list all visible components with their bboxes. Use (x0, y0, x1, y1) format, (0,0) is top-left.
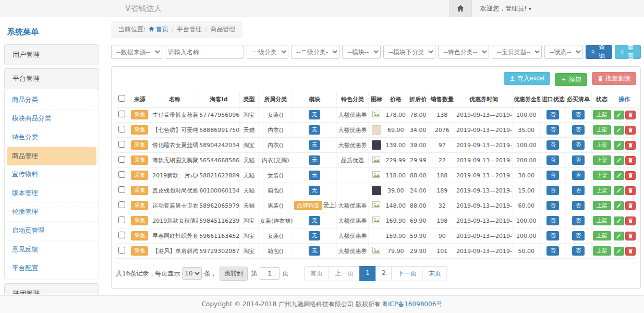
sidebar-item-user-management[interactable]: 用户管理 (4, 44, 99, 65)
sidebar-item-goods-management-active[interactable]: 商品管理 (7, 147, 96, 165)
sidebar-item-groupbuy-management[interactable]: 拼团管理 (4, 283, 99, 294)
status-button[interactable]: 上架 (593, 231, 611, 240)
row-checkbox[interactable] (118, 111, 125, 117)
status-button[interactable]: 上架 (593, 125, 611, 135)
edit-button[interactable] (614, 232, 624, 240)
status-button[interactable]: 上架 (593, 201, 611, 210)
imported-toggle[interactable]: 否 (546, 216, 560, 225)
status-button[interactable]: 上架 (593, 110, 611, 119)
delete-button[interactable] (625, 171, 636, 180)
row-checkbox[interactable] (118, 141, 125, 148)
edit-button[interactable] (614, 111, 624, 119)
edit-button[interactable] (614, 156, 624, 165)
must-buy-toggle[interactable]: 否 (572, 110, 585, 119)
sidebar-item-promo-material[interactable]: 宣传物料 (5, 165, 99, 184)
sidebar-item-module-goods-category[interactable]: 模块商品分类 (5, 110, 99, 128)
status-button[interactable]: 上架 (593, 140, 611, 150)
icp-link[interactable]: 粤ICP备16098006号 (382, 300, 442, 309)
row-checkbox[interactable] (118, 247, 125, 254)
delete-button[interactable] (625, 126, 636, 135)
must-buy-toggle[interactable]: 否 (572, 155, 585, 165)
delete-button[interactable] (625, 201, 636, 210)
sidebar-item-feature-category[interactable]: 特色分类 (5, 128, 99, 147)
import-excel-button[interactable]: 导入excel (504, 72, 550, 85)
edit-button[interactable] (614, 216, 624, 225)
must-buy-toggle[interactable]: 否 (572, 201, 585, 210)
imported-toggle[interactable]: 否 (546, 171, 560, 180)
delete-button[interactable] (625, 186, 636, 195)
imported-toggle[interactable]: 否 (546, 201, 560, 210)
delete-button[interactable] (625, 156, 636, 165)
sidebar-item-feedback[interactable]: 意见反馈 (5, 240, 99, 259)
reset-button[interactable]: 重置 (615, 45, 641, 59)
row-checkbox[interactable] (118, 216, 125, 223)
page-1-button[interactable]: 1 (359, 266, 376, 281)
page-2-button[interactable]: 2 (375, 266, 392, 281)
edit-button[interactable] (614, 126, 624, 135)
row-checkbox[interactable] (118, 171, 125, 178)
imported-toggle[interactable]: 否 (546, 155, 560, 165)
home-button[interactable] (449, 0, 472, 17)
sidebar-item-carousel-management[interactable]: 轮播管理 (5, 203, 99, 222)
delete-button[interactable] (625, 111, 636, 119)
row-checkbox[interactable] (118, 126, 125, 133)
row-checkbox[interactable] (118, 186, 125, 193)
must-buy-toggle[interactable]: 否 (572, 140, 585, 150)
imported-toggle[interactable]: 否 (546, 246, 560, 256)
next-page-button[interactable]: 下一页 (392, 266, 423, 281)
search-button[interactable]: 查询 (586, 45, 612, 59)
imported-toggle[interactable]: 否 (546, 231, 560, 240)
page-number-input[interactable] (260, 267, 280, 280)
sidebar-item-version-management[interactable]: 版本管理 (5, 184, 99, 203)
must-buy-toggle[interactable]: 否 (572, 171, 585, 180)
edit-button[interactable] (614, 141, 624, 150)
must-buy-toggle[interactable]: 否 (572, 216, 585, 225)
status-button[interactable]: 上架 (593, 171, 611, 180)
user-menu[interactable]: 欢迎您，管理员!▾ (472, 4, 644, 13)
category-level2-select[interactable]: --二级分类-- (291, 45, 339, 59)
module-sub-select[interactable]: --模块下分类-- (383, 45, 435, 59)
delete-button[interactable] (625, 232, 636, 240)
delete-button[interactable] (625, 247, 636, 256)
status-select[interactable]: --状态-- (544, 45, 583, 59)
sidebar-item-goods-category[interactable]: 商品分类 (5, 91, 99, 110)
select-all-checkbox[interactable] (118, 95, 125, 102)
sidebar-item-platform-config[interactable]: 平台配置 (5, 259, 99, 278)
row-checkbox[interactable] (118, 156, 125, 163)
row-checkbox[interactable] (118, 201, 125, 208)
edit-button[interactable] (614, 247, 624, 256)
jump-button[interactable]: 跳转到 (220, 267, 248, 281)
edit-button[interactable] (614, 186, 624, 195)
sidebar-item-platform-management[interactable]: 平台管理 (4, 68, 99, 89)
imported-toggle[interactable]: 否 (546, 186, 560, 195)
first-page-button[interactable]: 首页 (304, 266, 329, 281)
delete-button[interactable] (625, 216, 636, 225)
edit-button[interactable] (614, 171, 624, 180)
imported-toggle[interactable]: 否 (546, 125, 560, 135)
must-buy-toggle[interactable]: 否 (572, 246, 585, 256)
add-button[interactable]: ＋添加 (555, 73, 587, 86)
must-buy-toggle[interactable]: 否 (572, 186, 585, 195)
batch-delete-button[interactable]: 批量删除 (592, 72, 636, 85)
feature-category-select[interactable]: --特色分类-- (438, 45, 489, 59)
category-level1-select[interactable]: 一级分类 (247, 45, 288, 59)
must-buy-toggle[interactable]: 否 (572, 125, 585, 135)
module-select[interactable]: --模块-- (342, 45, 381, 59)
delete-button[interactable] (625, 141, 636, 150)
imported-toggle[interactable]: 否 (546, 110, 560, 119)
sidebar-item-splash-management[interactable]: 启动页管理 (5, 222, 99, 240)
item-type-select[interactable]: --宝贝类型-- (492, 45, 542, 59)
status-button[interactable]: 上架 (593, 186, 611, 195)
data-source-select[interactable]: --数据来源-- (111, 45, 162, 59)
status-button[interactable]: 上架 (593, 155, 611, 165)
status-button[interactable]: 上架 (593, 246, 611, 256)
last-page-button[interactable]: 末页 (422, 266, 447, 281)
prev-page-button[interactable]: 上一页 (329, 266, 360, 281)
row-checkbox[interactable] (118, 232, 125, 238)
status-button[interactable]: 上架 (593, 216, 611, 225)
imported-toggle[interactable]: 否 (546, 140, 560, 150)
name-search-input[interactable] (165, 45, 244, 59)
breadcrumb-home-link[interactable]: 首页 (156, 26, 168, 33)
must-buy-toggle[interactable]: 否 (572, 231, 585, 240)
edit-button[interactable] (614, 201, 624, 210)
